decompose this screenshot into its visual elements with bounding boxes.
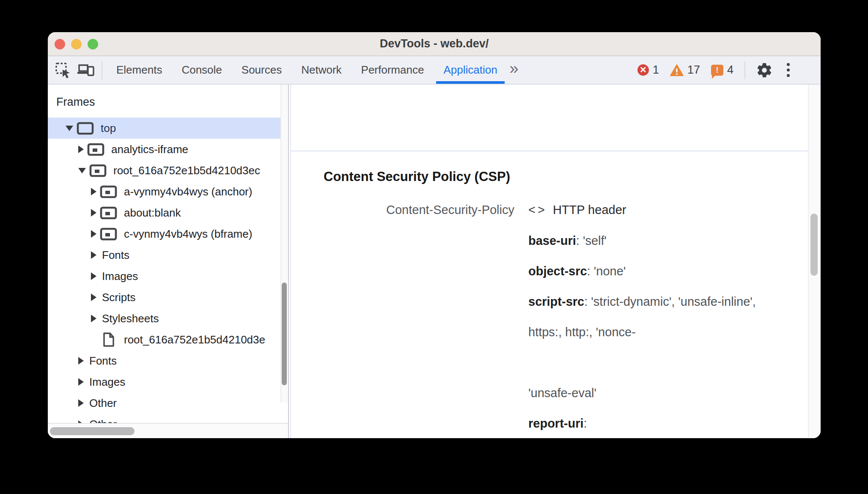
chevron-right-icon[interactable] — [78, 378, 84, 386]
chevron-right-icon[interactable] — [78, 145, 84, 153]
tree-item-label: root_616a752e1b5d4210d3e — [124, 333, 265, 346]
frame-details-panel: Content Security Policy (CSP) Content-Se… — [289, 85, 808, 438]
tree-item-label: Stylesheets — [102, 312, 159, 325]
csp-directive-list: base-uri: 'self'object-src: 'none'script… — [528, 225, 808, 438]
toolbar-right: ✕ 1 17 ! — [637, 60, 802, 80]
chevron-right-icon[interactable] — [91, 188, 96, 195]
document-icon — [100, 332, 117, 347]
frame-icon — [100, 185, 117, 198]
tree-item-scripts[interactable]: Scripts — [48, 287, 280, 308]
tree-item-c-vynmy4vb4wys-bframe-[interactable]: c-vynmy4vb4wys (bframe) — [48, 223, 280, 244]
tab-console[interactable]: Console — [172, 56, 231, 84]
device-toolbar-icon[interactable] — [76, 60, 96, 80]
issue-count: 4 — [727, 63, 733, 77]
devtools-toolbar: ElementsConsoleSourcesNetworkPerformance… — [48, 56, 821, 85]
csp-source-text: HTTP header — [553, 203, 626, 217]
csp-directive-line: base-uri: 'self' — [528, 225, 808, 256]
csp-directive-value: : 'none' — [587, 264, 626, 278]
csp-directive-name: base-uri — [528, 234, 576, 248]
tree-item-label: about:blank — [124, 206, 181, 220]
tree-item-label: analytics-iframe — [111, 143, 188, 156]
csp-policy-label: Content-Security-Policy — [324, 203, 514, 217]
tree-item-top[interactable]: top — [48, 118, 280, 139]
tree-item-label: c-vynmy4vb4wys (bframe) — [124, 228, 252, 241]
inspect-element-icon[interactable] — [53, 60, 73, 80]
chevron-down-icon[interactable] — [66, 126, 73, 131]
chevron-right-icon[interactable] — [91, 315, 96, 322]
warning-badge[interactable]: 17 — [670, 63, 700, 77]
tree-item-label: Images — [102, 270, 138, 283]
error-badge[interactable]: ✕ 1 — [637, 63, 659, 77]
more-options-kebab-icon[interactable] — [778, 60, 798, 80]
tree-item-label: a-vynmy4vb4wys (anchor) — [124, 185, 252, 198]
frames-tree: topanalytics-iframeroot_616a752e1b5d4210… — [48, 118, 280, 438]
panel-tabs: ElementsConsoleSourcesNetworkPerformance… — [107, 56, 507, 84]
csp-directive-value: https:, http:, 'nonce- — [528, 325, 636, 339]
toolbar-divider — [102, 61, 102, 80]
tree-item-about-blank[interactable]: about:blank — [48, 202, 280, 223]
frame-top-icon — [77, 121, 94, 135]
issues-badge[interactable]: ! 4 — [711, 63, 733, 77]
devtools-window: DevTools - web.dev/ ElementsConsoleSourc… — [48, 32, 821, 438]
tab-network[interactable]: Network — [291, 56, 351, 84]
tab-sources[interactable]: Sources — [232, 56, 291, 84]
chevron-down-icon[interactable] — [78, 168, 86, 173]
horizontal-scrollbar[interactable] — [48, 423, 288, 438]
csp-directive-line: script-src: 'strict-dynamic', 'unsafe-in… — [528, 286, 808, 317]
tree-item-a-vynmy4vb4wys-anchor-[interactable]: a-vynmy4vb4wys (anchor) — [48, 181, 280, 202]
devtools-body: Frames topanalytics-iframeroot_616a752e1… — [48, 85, 821, 438]
tree-item-fonts[interactable]: Fonts — [48, 244, 280, 266]
more-tabs-icon[interactable]: » — [510, 60, 518, 78]
vertical-scrollbar-thumb[interactable] — [282, 283, 287, 385]
warning-icon — [670, 64, 684, 76]
chevron-right-icon[interactable] — [78, 357, 84, 365]
tree-item-label: Images — [89, 376, 125, 389]
csp-directive-value: : — [584, 417, 587, 431]
csp-directive-line: 'unsafe-eval' — [528, 378, 808, 408]
csp-directive-value: 'unsafe-eval' — [528, 386, 596, 400]
tree-item-label: Other — [89, 397, 117, 410]
csp-directive-name: report-uri — [528, 417, 584, 431]
csp-directive-line: object-src: 'none' — [528, 256, 808, 286]
frame-icon — [100, 206, 117, 220]
chevron-right-icon[interactable] — [78, 399, 84, 407]
csp-directive-line: https:, http:, 'nonce- — [528, 317, 808, 347]
tree-item-fonts[interactable]: Fonts — [48, 350, 280, 371]
toolbar-divider — [744, 61, 745, 79]
tab-elements[interactable]: Elements — [107, 56, 172, 84]
chevron-right-icon[interactable] — [91, 294, 96, 301]
tree-item-root-616a752e1b5d4210d3e[interactable]: root_616a752e1b5d4210d3e — [48, 329, 280, 350]
csp-directive-name: object-src — [528, 264, 587, 278]
frame-icon — [87, 143, 104, 156]
warning-count: 17 — [687, 63, 700, 77]
tree-item-label: Fonts — [89, 354, 117, 368]
tree-item-images[interactable]: Images — [48, 266, 280, 287]
tree-item-other[interactable]: Other — [48, 392, 280, 414]
screenshot-background: DevTools - web.dev/ ElementsConsoleSourc… — [0, 0, 868, 494]
csp-directive-value: : 'strict-dynamic', 'unsafe-inline', — [584, 295, 756, 309]
tab-application[interactable]: Application — [434, 56, 507, 84]
section-left-border — [290, 85, 291, 438]
tree-item-label: top — [101, 122, 116, 135]
window-titlebar: DevTools - web.dev/ — [48, 32, 821, 56]
tree-item-images[interactable]: Images — [48, 371, 280, 392]
horizontal-scrollbar-thumb[interactable] — [50, 427, 135, 435]
error-icon: ✕ — [637, 64, 649, 76]
tree-item-root-616a752e1b5d4210d3ec[interactable]: root_616a752e1b5d4210d3ec — [48, 160, 280, 181]
chevron-right-icon[interactable] — [91, 209, 96, 217]
error-count: 1 — [653, 63, 659, 77]
chevron-right-icon[interactable] — [91, 251, 96, 259]
frame-icon — [100, 227, 117, 241]
tab-performance[interactable]: Performance — [352, 56, 434, 84]
code-brackets-icon: <> — [528, 203, 547, 217]
chevron-right-icon[interactable] — [91, 230, 96, 238]
csp-directive-line: report-uri: — [528, 408, 808, 438]
tree-item-label: root_616a752e1b5d4210d3ec — [113, 164, 260, 177]
csp-section-title: Content Security Policy (CSP) — [324, 169, 510, 184]
settings-gear-icon[interactable] — [755, 60, 774, 80]
window-title: DevTools - web.dev/ — [48, 32, 821, 55]
chevron-right-icon[interactable] — [91, 272, 96, 280]
tree-item-analytics-iframe[interactable]: analytics-iframe — [48, 139, 280, 160]
main-vertical-scrollbar-thumb[interactable] — [810, 214, 818, 276]
tree-item-stylesheets[interactable]: Stylesheets — [48, 308, 280, 329]
